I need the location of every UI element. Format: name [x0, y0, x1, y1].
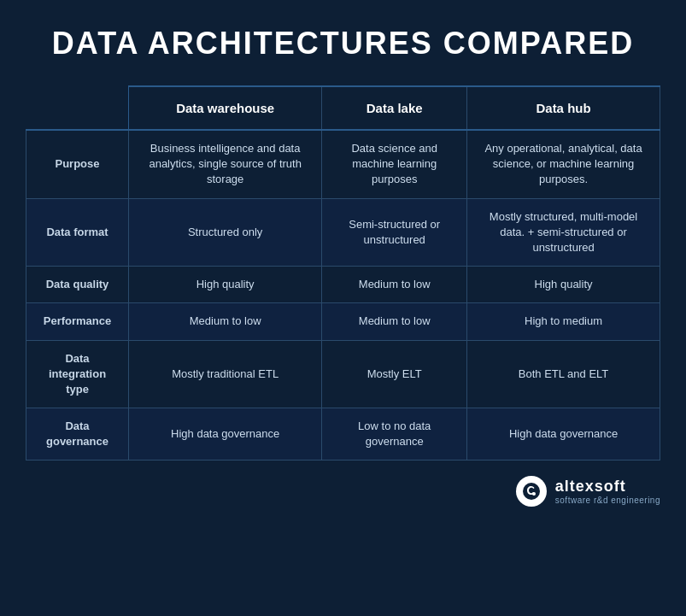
- empty-header: [26, 86, 129, 130]
- row-2-col3: High quality: [467, 267, 660, 303]
- row-4-col1: Mostly traditional ETL: [129, 340, 322, 408]
- svg-point-0: [523, 483, 540, 500]
- logo-area: altexsoft software r&d engineering: [26, 476, 660, 507]
- row-5-col2: Low to no data governance: [322, 408, 467, 461]
- row-5-label: Data governance: [26, 408, 129, 461]
- row-4-label: Data integration type: [26, 340, 129, 408]
- logo-icon: [516, 476, 547, 507]
- row-3-col2: Medium to low: [322, 303, 467, 340]
- table-row: Data qualityHigh qualityMedium to lowHig…: [26, 267, 660, 303]
- comparison-table: Data warehouse Data lake Data hub Purpos…: [26, 85, 660, 461]
- row-0-col2: Data science and machine learning purpos…: [322, 130, 467, 198]
- col3-header: Data hub: [467, 86, 660, 130]
- table-row: Data integration typeMostly traditional …: [26, 340, 660, 408]
- row-3-col3: High to medium: [467, 303, 660, 340]
- row-5-col3: High data governance: [467, 408, 660, 461]
- row-0-label: Purpose: [26, 130, 129, 198]
- logo-name: altexsoft: [555, 478, 626, 496]
- row-4-col3: Both ETL and ELT: [467, 340, 660, 408]
- page-title: DATA ARCHITECTURES COMPARED: [26, 26, 660, 62]
- row-4-col2: Mostly ELT: [322, 340, 467, 408]
- table-row: PurposeBusiness intelligence and data an…: [26, 130, 660, 198]
- logo-text: altexsoft software r&d engineering: [555, 478, 660, 505]
- row-2-label: Data quality: [26, 267, 129, 303]
- row-3-col1: Medium to low: [129, 303, 322, 340]
- row-0-col3: Any operational, analytical, data scienc…: [467, 130, 660, 198]
- row-3-label: Performance: [26, 303, 129, 340]
- row-1-label: Data format: [26, 198, 129, 267]
- row-0-col1: Business intelligence and data analytics…: [129, 130, 322, 198]
- row-1-col2: Semi-structured or unstructured: [322, 198, 467, 267]
- table-row: PerformanceMedium to lowMedium to lowHig…: [26, 303, 660, 340]
- svg-point-1: [532, 492, 536, 496]
- row-2-col1: High quality: [129, 267, 322, 303]
- table-row: Data formatStructured onlySemi-structure…: [26, 198, 660, 267]
- row-1-col1: Structured only: [129, 198, 322, 267]
- table-row: Data governanceHigh data governanceLow t…: [26, 408, 660, 461]
- col1-header: Data warehouse: [129, 86, 322, 130]
- row-2-col2: Medium to low: [322, 267, 467, 303]
- col2-header: Data lake: [322, 86, 467, 130]
- card: DATA ARCHITECTURES COMPARED Data warehou…: [0, 0, 686, 616]
- row-5-col1: High data governance: [129, 408, 322, 461]
- logo-tagline: software r&d engineering: [555, 496, 660, 505]
- row-1-col3: Mostly structured, multi-model data. + s…: [467, 198, 660, 267]
